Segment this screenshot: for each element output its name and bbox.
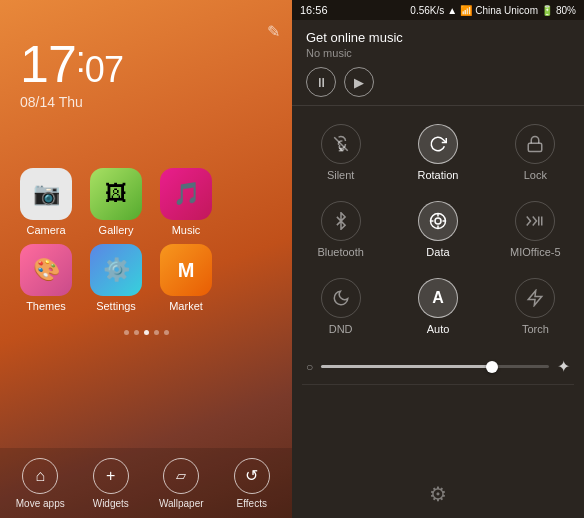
speed-indicator: 0.56K/s <box>410 5 444 16</box>
effects-icon: ↺ <box>234 458 270 494</box>
dnd-label: DND <box>329 323 353 335</box>
app-icon-camera: 📷 <box>20 168 72 220</box>
toggle-rotation[interactable]: Rotation <box>389 114 486 191</box>
edit-icon[interactable]: ✎ <box>267 22 280 41</box>
toggle-lock[interactable]: Lock <box>487 114 584 191</box>
dnd-icon <box>321 278 361 318</box>
data-label: Data <box>426 246 449 258</box>
bluetooth-label: Bluetooth <box>317 246 363 258</box>
dot-2 <box>134 330 139 335</box>
brightness-thumb <box>486 361 498 373</box>
rotation-icon <box>418 124 458 164</box>
page-dots <box>0 330 292 335</box>
app-icon-gallery: 🖼 <box>90 168 142 220</box>
dot-5 <box>164 330 169 335</box>
left-time-area: 17:07 08/14 Thu <box>0 20 292 118</box>
brightness-low-icon: ○ <box>306 360 313 374</box>
app-item-gallery[interactable]: 🖼 Gallery <box>85 168 147 236</box>
bottom-item-wallpaper[interactable]: ▱ Wallpaper <box>150 458 212 509</box>
toggle-mioffice[interactable]: MIOffice-5 <box>487 191 584 268</box>
app-label-camera: Camera <box>26 224 65 236</box>
widgets-label: Widgets <box>93 498 129 509</box>
data-icon <box>418 201 458 241</box>
signal-icon: 📶 <box>460 5 472 16</box>
svg-marker-12 <box>529 291 543 306</box>
toggle-grid: Silent Rotation Lock <box>292 106 584 353</box>
bottom-item-move-apps[interactable]: ⌂ Move apps <box>9 458 71 509</box>
toggle-torch[interactable]: Torch <box>487 268 584 345</box>
left-date: 08/14 Thu <box>20 94 272 110</box>
app-label-settings: Settings <box>96 300 136 312</box>
dot-3 <box>144 330 149 335</box>
left-panel: 17:07 08/14 Thu ✎ 📷 Camera 🖼 Gallery 🎵 M… <box>0 0 292 518</box>
settings-gear-icon[interactable]: ⚙ <box>429 482 447 506</box>
brightness-fill <box>321 365 492 368</box>
toggle-silent[interactable]: Silent <box>292 114 389 191</box>
music-title: Get online music <box>306 30 570 45</box>
brightness-high-icon: ✦ <box>557 357 570 376</box>
app-item-market[interactable]: M Market <box>155 244 217 312</box>
app-icon-settings: ⚙️ <box>90 244 142 296</box>
app-label-music: Music <box>172 224 201 236</box>
widgets-icon: + <box>93 458 129 494</box>
app-item-camera[interactable]: 📷 Camera <box>15 168 77 236</box>
dot-1 <box>124 330 129 335</box>
app-label-themes: Themes <box>26 300 66 312</box>
left-bottom-bar: ⌂ Move apps + Widgets ▱ Wallpaper ↺ Effe… <box>0 448 292 518</box>
bottom-item-widgets[interactable]: + Widgets <box>80 458 142 509</box>
wallpaper-label: Wallpaper <box>159 498 204 509</box>
brightness-row: ○ ✦ <box>292 353 584 384</box>
next-button[interactable]: ▶ <box>344 67 374 97</box>
svg-point-5 <box>435 218 441 224</box>
status-time: 16:56 <box>300 4 328 16</box>
minutes: 07 <box>85 49 123 90</box>
toggle-dnd[interactable]: DND <box>292 268 389 345</box>
battery-icon: 🔋 <box>541 5 553 16</box>
music-section: Get online music No music ⏸ ▶ <box>292 20 584 106</box>
torch-icon <box>515 278 555 318</box>
bottom-item-effects[interactable]: ↺ Effects <box>221 458 283 509</box>
bluetooth-icon <box>321 201 361 241</box>
mioffice-icon <box>515 201 555 241</box>
app-item-music[interactable]: 🎵 Music <box>155 168 217 236</box>
status-icons: 0.56K/s ▲ 📶 China Unicom 🔋 80% <box>410 5 576 16</box>
move-apps-icon: ⌂ <box>22 458 58 494</box>
right-status-bar: 16:56 0.56K/s ▲ 📶 China Unicom 🔋 80% <box>292 0 584 20</box>
lock-icon <box>515 124 555 164</box>
wallpaper-icon: ▱ <box>163 458 199 494</box>
toggle-auto[interactable]: A Auto <box>389 268 486 345</box>
silent-label: Silent <box>327 169 355 181</box>
divider <box>302 384 574 385</box>
wifi-icon: ▲ <box>447 5 457 16</box>
app-grid: 📷 Camera 🖼 Gallery 🎵 Music 🎨 Themes ⚙️ S… <box>0 148 292 312</box>
left-status-bar <box>0 0 292 20</box>
app-icon-market: M <box>160 244 212 296</box>
move-apps-label: Move apps <box>16 498 65 509</box>
auto-label: Auto <box>427 323 450 335</box>
carrier-label: China Unicom <box>475 5 538 16</box>
hour: 17 <box>20 35 76 93</box>
app-icon-themes: 🎨 <box>20 244 72 296</box>
pause-button[interactable]: ⏸ <box>306 67 336 97</box>
app-icon-music: 🎵 <box>160 168 212 220</box>
music-subtitle: No music <box>306 47 570 59</box>
svg-rect-3 <box>529 143 543 151</box>
bottom-gear[interactable]: ⚙ <box>292 470 584 518</box>
toggle-data[interactable]: Data <box>389 191 486 268</box>
torch-label: Torch <box>522 323 549 335</box>
right-panel: 16:56 0.56K/s ▲ 📶 China Unicom 🔋 80% Get… <box>292 0 584 518</box>
app-label-market: Market <box>169 300 203 312</box>
auto-icon: A <box>418 278 458 318</box>
music-controls: ⏸ ▶ <box>306 67 570 97</box>
dot-4 <box>154 330 159 335</box>
effects-label: Effects <box>237 498 267 509</box>
app-item-themes[interactable]: 🎨 Themes <box>15 244 77 312</box>
battery-level: 80% <box>556 5 576 16</box>
silent-icon <box>321 124 361 164</box>
app-label-gallery: Gallery <box>99 224 134 236</box>
brightness-track[interactable] <box>321 365 549 368</box>
rotation-label: Rotation <box>418 169 459 181</box>
toggle-bluetooth[interactable]: Bluetooth <box>292 191 389 268</box>
left-time: 17:07 <box>20 38 272 90</box>
app-item-settings[interactable]: ⚙️ Settings <box>85 244 147 312</box>
